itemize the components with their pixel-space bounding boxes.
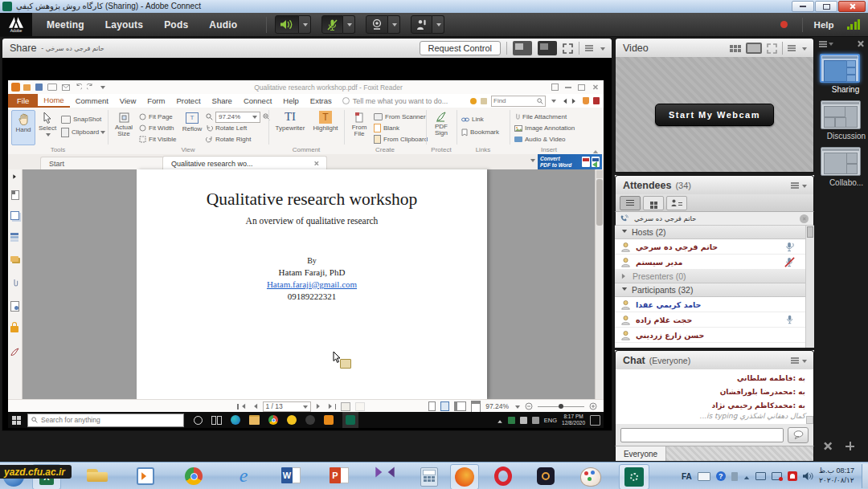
from-file-button[interactable]: From File — [348, 110, 371, 144]
tab-home[interactable]: Home — [38, 94, 69, 108]
file-attachment-button[interactable]: File Attachment — [514, 112, 567, 122]
tab-help[interactable]: Help — [277, 94, 305, 108]
layers-icon[interactable] — [10, 233, 18, 235]
bell-icon[interactable] — [583, 97, 589, 104]
actual-size-button[interactable]: Actual Size — [111, 110, 137, 144]
paint-icon[interactable] — [580, 467, 601, 487]
menu-meeting[interactable]: Meeting — [47, 19, 84, 31]
zoom-out-icon[interactable] — [206, 113, 213, 120]
chat-send-button[interactable] — [788, 427, 809, 443]
layout-sharing[interactable]: Sharing — [820, 54, 868, 94]
select-tool-button[interactable]: Select — [36, 110, 59, 144]
first-page-icon[interactable] — [237, 403, 246, 410]
minimize-button[interactable] — [792, 1, 814, 12]
adobe-connect-taskbar-button[interactable] — [619, 464, 649, 489]
certificate-icon[interactable] — [10, 301, 19, 312]
redo-icon[interactable] — [87, 84, 94, 91]
list-view-icon[interactable] — [620, 196, 641, 210]
search-input[interactable] — [41, 416, 162, 424]
rotate-right-button[interactable]: Rotate Right — [206, 134, 251, 145]
bookmark-button[interactable]: Bookmark — [461, 127, 499, 137]
menu-layouts[interactable]: Layouts — [105, 19, 143, 31]
hand-tool-button[interactable]: Hand — [11, 110, 35, 145]
typewriter-button[interactable]: TI Typewriter — [273, 110, 307, 144]
word-icon[interactable]: W — [281, 467, 301, 483]
tab-comment[interactable]: Comment — [70, 94, 114, 108]
page-number-box[interactable]: 1 / 13 — [263, 401, 311, 412]
pod-menu-icon[interactable] — [791, 182, 799, 184]
comments-icon[interactable] — [10, 256, 18, 262]
prev-page-icon[interactable] — [251, 404, 256, 409]
set-status-button[interactable] — [411, 15, 432, 34]
reflow-button[interactable]: T Reflow — [182, 110, 203, 144]
pod-menu-icon[interactable] — [585, 45, 593, 47]
next-view-icon[interactable] — [355, 402, 365, 411]
doc-tab-close-icon[interactable] — [313, 161, 318, 165]
firefox-taskbar-button[interactable] — [450, 464, 479, 489]
request-control-button[interactable]: Request Control — [420, 41, 502, 55]
tray-language[interactable]: ENG — [544, 417, 557, 424]
tab-connect[interactable]: Connect — [238, 94, 277, 108]
bookmarks-icon[interactable] — [11, 190, 19, 200]
help-menu[interactable]: Help — [814, 20, 834, 30]
tab-extras[interactable]: Extras — [305, 94, 338, 108]
participants-section-header[interactable]: Participants (32) — [615, 283, 806, 297]
layouts-menu-icon[interactable] — [819, 41, 827, 43]
app-yellow-icon[interactable] — [287, 415, 297, 425]
foxit-restore-icon[interactable] — [578, 84, 585, 91]
doc-scrollbar[interactable] — [595, 169, 604, 399]
tray-clock[interactable]: 8:17 PM 12/8/2020 — [562, 414, 585, 426]
doc-tab-start[interactable]: Start — [40, 157, 170, 170]
undo-icon[interactable] — [75, 84, 82, 91]
internet-explorer-icon[interactable]: e — [233, 465, 254, 486]
edge-icon[interactable] — [231, 415, 240, 425]
help-icon[interactable]: ? — [716, 471, 726, 481]
fit-width-button[interactable]: Fit Width — [139, 123, 174, 133]
taskbar-search-box[interactable] — [27, 414, 184, 427]
pages-icon[interactable] — [10, 211, 19, 220]
tab-protect[interactable]: Protect — [170, 94, 206, 108]
attendee-status-icon[interactable] — [666, 196, 687, 210]
task-view-icon[interactable] — [211, 416, 222, 425]
hosts-section-header[interactable]: Hosts (2) — [615, 226, 806, 239]
volume-icon[interactable] — [803, 471, 813, 481]
media-player-classic-icon[interactable] — [137, 467, 154, 485]
layouts-close-icon[interactable] — [857, 40, 864, 47]
tray-volume-icon[interactable] — [532, 417, 539, 424]
email-icon[interactable] — [62, 84, 70, 91]
media-player-purple-icon[interactable] — [378, 469, 392, 475]
snapshot-button[interactable]: SnapShot — [61, 114, 101, 124]
opera-icon[interactable] — [494, 467, 512, 486]
start-icon[interactable] — [12, 416, 21, 425]
chat-scroll-button[interactable] — [806, 416, 813, 424]
open-icon[interactable] — [23, 84, 31, 91]
pdf-sign-button[interactable]: PDF Sign — [429, 110, 453, 144]
zoom-slider-thumb[interactable] — [559, 404, 563, 409]
attachments-icon[interactable] — [11, 279, 18, 289]
speaker-button[interactable] — [275, 15, 299, 34]
badge-dropdown-icon[interactable] — [529, 157, 535, 163]
layout-collaboration[interactable]: Collabo... — [821, 147, 868, 187]
quickbar-dropdown-icon[interactable] — [100, 86, 105, 92]
find-input[interactable] — [493, 97, 529, 104]
idm-icon[interactable] — [324, 415, 334, 425]
taskbar-clock[interactable]: 08:17 ب.ظ ۲۰۲۰/۰۸/۱۲ — [819, 467, 854, 485]
single-page-view-icon[interactable] — [428, 401, 436, 411]
from-clipboard-button[interactable]: From Clipboard — [374, 134, 428, 145]
tab-view[interactable]: View — [114, 94, 141, 108]
last-page-icon[interactable] — [328, 403, 337, 410]
zoom-slider[interactable] — [538, 402, 584, 410]
network-icon[interactable] — [755, 472, 766, 480]
host-row[interactable]: مدير سيستم — [615, 255, 806, 270]
up-arrow-icon[interactable] — [743, 473, 748, 479]
tray-up-icon[interactable] — [497, 418, 502, 422]
highlight-button[interactable]: T Highlight — [310, 110, 341, 144]
slide-email-link[interactable]: Hatam.faraji@gmail.com — [137, 279, 487, 289]
grid-view-icon[interactable] — [643, 196, 664, 210]
prev-view-icon[interactable] — [341, 402, 350, 411]
tray-green-icon[interactable] — [508, 417, 515, 424]
participant-row[interactable]: حامد كريمي عقدا — [615, 297, 806, 312]
pod-menu-icon[interactable] — [791, 357, 799, 359]
chat-tab-everyone[interactable]: Everyone — [616, 446, 666, 461]
fit-page-button[interactable]: Fit Page — [139, 112, 173, 122]
